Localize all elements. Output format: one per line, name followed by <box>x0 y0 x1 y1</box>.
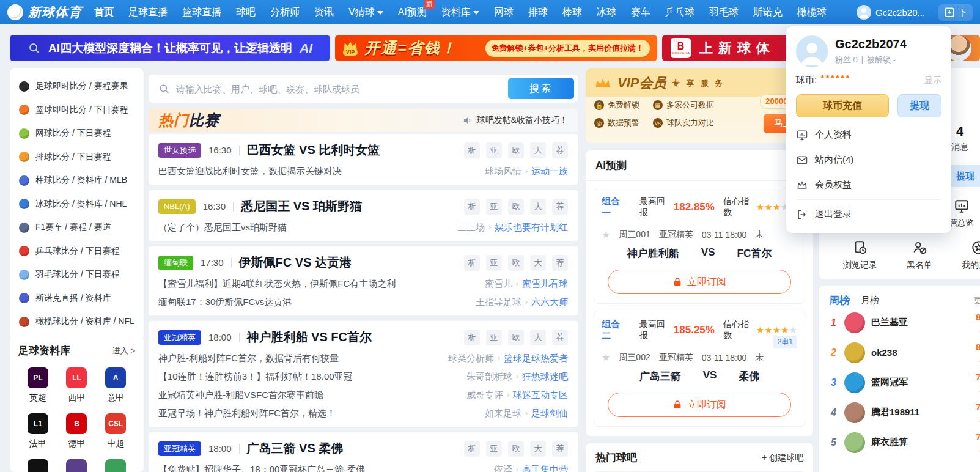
post-author[interactable]: 球类分析师 <box>448 353 494 364</box>
subscribe-button[interactable]: 立即订阅 <box>608 393 792 417</box>
tag-asia[interactable]: 亚 <box>486 142 502 158</box>
post-title[interactable]: 【10连胜！连胜榜前3！】福利好帖！18.00亚冠 <box>158 371 353 382</box>
post-author[interactable]: 朱哥剖析球 <box>466 371 512 382</box>
tag-size[interactable]: 大 <box>530 330 546 345</box>
nav-item-ai-predict[interactable]: AI预测新 <box>398 6 427 19</box>
sidebar-item-f1[interactable]: F1赛车 / 赛程 / 赛道 <box>10 216 144 240</box>
post-title[interactable]: 巴西女篮迎战比利时女篮，数据揭示关键对决 <box>158 166 342 177</box>
nav-item-snooker[interactable]: 斯诺克 <box>753 6 783 19</box>
site-logo[interactable]: 新球体育 <box>7 4 82 21</box>
menu-member-benefits[interactable]: 会员权益 <box>796 172 941 197</box>
match-title[interactable]: 神户胜利船 VS FC首尔 <box>247 329 372 345</box>
search-input[interactable] <box>176 84 502 94</box>
nav-item-volleyball[interactable]: 排球 <box>528 6 548 19</box>
blacklist-link[interactable]: 黑名单 <box>899 240 940 271</box>
post-author[interactable]: 依泽 <box>494 464 512 472</box>
post-title[interactable]: 神户胜-利船对阵FC首尔，数据背后有何较量 <box>158 353 339 364</box>
league-partial[interactable] <box>18 459 57 472</box>
star-icon[interactable]: ★ <box>602 352 610 363</box>
tag-europe[interactable]: 欧 <box>508 199 524 215</box>
league-bundesliga[interactable]: B德甲 <box>57 413 97 449</box>
rank-row[interactable]: 3 篮网冠军 79%胜率 <box>829 367 980 397</box>
tag-asia[interactable]: 亚 <box>486 441 502 457</box>
tag-size[interactable]: 大 <box>530 441 546 457</box>
post-author[interactable]: 球场风情 <box>485 166 521 177</box>
tab-monthly-rank[interactable]: 月榜 <box>861 295 879 306</box>
rank-row[interactable]: 5 麻衣胜算 79%胜率 <box>829 427 980 457</box>
rank-row[interactable]: 2 ok238 80%胜率 <box>829 337 980 367</box>
tag-analysis[interactable]: 析 <box>464 255 480 271</box>
nav-item-database[interactable]: 资料库 <box>441 6 479 19</box>
match-title[interactable]: 巴西女篮 VS 比利时女篮 <box>247 142 380 158</box>
my-follows-link[interactable]: 我的关注 <box>959 240 980 271</box>
post-author[interactable]: 三三场 <box>457 222 485 233</box>
tag-recommend[interactable]: 荐 <box>552 142 568 158</box>
nav-item-analyst[interactable]: 分析师 <box>270 6 300 19</box>
nav-item-badminton[interactable]: 羽毛球 <box>709 6 739 19</box>
sidebar-item-rugby[interactable]: 橄榄球比分 / 资料库 / NFL <box>10 310 144 334</box>
post-bar-link[interactable]: 蜜雪儿看球 <box>522 278 568 289</box>
league-serie-a[interactable]: A意甲 <box>96 367 135 404</box>
nav-item-home[interactable]: 首页 <box>94 6 114 19</box>
nav-item-ball-bar[interactable]: 球吧 <box>236 6 256 19</box>
nav-item-tennis[interactable]: 网球 <box>494 6 514 19</box>
nav-item-news[interactable]: 资讯 <box>314 6 334 19</box>
sidebar-item-tennis[interactable]: 网球比分 / 下日赛程 <box>10 122 144 146</box>
menu-logout[interactable]: 退出登录 <box>796 202 941 227</box>
tag-recommend[interactable]: 荐 <box>552 330 568 345</box>
tag-analysis[interactable]: 析 <box>464 330 480 345</box>
nav-item-ice-hockey[interactable]: 冰球 <box>597 6 616 19</box>
search-button[interactable]: 搜索 <box>508 78 574 99</box>
show-balance-button[interactable]: 显示 <box>924 75 941 86</box>
ai-model-banner[interactable]: AI四大模型深度耦合！让概率可见，让逻辑透明 AI <box>10 35 330 61</box>
download-button[interactable]: 下 <box>938 4 973 21</box>
post-author[interactable]: 如来足球 <box>485 408 521 419</box>
sidebar-item-badminton[interactable]: 羽毛球比分 / 下日赛程 <box>10 263 144 287</box>
nav-item-football-live[interactable]: 足球直播 <box>128 6 168 19</box>
league-ligue1[interactable]: L1法甲 <box>18 413 57 449</box>
menu-inbox[interactable]: 站内信(4) <box>796 147 941 172</box>
post-bar-link[interactable]: 球迷互动专区 <box>513 389 568 400</box>
rank-row[interactable]: 4 腾君198911 79%胜率 <box>829 397 980 427</box>
notice-link[interactable]: 球吧发帖&收益小技巧！ <box>463 115 568 126</box>
nav-item-v-guess[interactable]: V猜球 <box>348 6 383 19</box>
match-title[interactable]: 悉尼国王 VS 珀斯野猫 <box>241 198 362 215</box>
sidebar-item-football[interactable]: 足球即时比分 / 赛程赛果 <box>10 75 144 98</box>
league-csl[interactable]: CSL中超 <box>96 413 135 449</box>
league-laliga[interactable]: LL西甲 <box>57 367 97 404</box>
tag-recommend[interactable]: 荐 <box>552 255 568 271</box>
tag-recommend[interactable]: 荐 <box>552 441 568 457</box>
menu-profile[interactable]: 个人资料 <box>796 122 941 147</box>
vip-member-card[interactable]: VIP会员 专 享 服 务 🔓免费解锁 ▦多家公司数据 ◎数据预警 vs球队实力… <box>586 68 813 143</box>
sidebar-item-baseball[interactable]: 棒球比分 / 资料库 / MLB <box>10 169 144 193</box>
post-title[interactable]: 【免费贴】招牌华子。18：00亚冠杯广岛三箭-柔佛 <box>158 464 365 472</box>
league-partial[interactable] <box>96 459 135 472</box>
post-bar-link[interactable]: 狂热球迷吧 <box>522 371 568 382</box>
tag-europe[interactable]: 欧 <box>508 441 524 457</box>
match-title[interactable]: 伊斯佩FC VS 达贡港 <box>239 254 352 271</box>
rank-more-link[interactable]: 更多 > <box>974 295 980 306</box>
combo-name[interactable]: 组合二 <box>602 319 626 342</box>
nav-item-basketball-live[interactable]: 篮球直播 <box>182 6 221 19</box>
tag-europe[interactable]: 欧 <box>508 142 524 158</box>
post-title[interactable]: （定了个）悉尼国王vs珀斯野猫 <box>158 222 287 233</box>
subscribe-button[interactable]: 立即订阅 <box>608 270 792 294</box>
tag-recommend[interactable]: 荐 <box>552 199 568 215</box>
post-title[interactable]: 亚冠精英神户胜-利船VSFC首尔赛事前瞻 <box>158 389 323 400</box>
create-bar-button[interactable]: + 创建球吧 <box>762 452 803 463</box>
tag-size[interactable]: 大 <box>530 199 546 215</box>
post-author[interactable]: 威哥专评 <box>466 389 503 400</box>
league-premier[interactable]: PL英超 <box>18 367 57 404</box>
sidebar-item-volleyball[interactable]: 排球比分 / 下日赛程 <box>10 146 144 169</box>
nav-user-menu[interactable]: Gc2c2b20... <box>857 5 925 20</box>
tag-size[interactable]: 大 <box>530 255 546 271</box>
tag-size[interactable]: 大 <box>530 142 546 158</box>
vip-promo-banner[interactable]: VIP 开通=省钱！ 免费解锁+券包+分析工具，实用价值拉满！ <box>335 35 657 61</box>
post-bar-link[interactable]: 足球剑仙 <box>531 408 568 419</box>
tag-analysis[interactable]: 析 <box>464 142 480 158</box>
withdraw-button[interactable]: 提现 <box>897 94 941 117</box>
post-bar-link[interactable]: 篮球足球热爱者 <box>504 353 568 364</box>
post-title[interactable]: 缅甸联17：30伊斯佩FCvs达贡港 <box>158 297 292 308</box>
browse-history-link[interactable]: 浏览记录 <box>840 240 880 271</box>
sidebar-item-snooker[interactable]: 斯诺克直播 / 资料库 <box>10 287 144 311</box>
